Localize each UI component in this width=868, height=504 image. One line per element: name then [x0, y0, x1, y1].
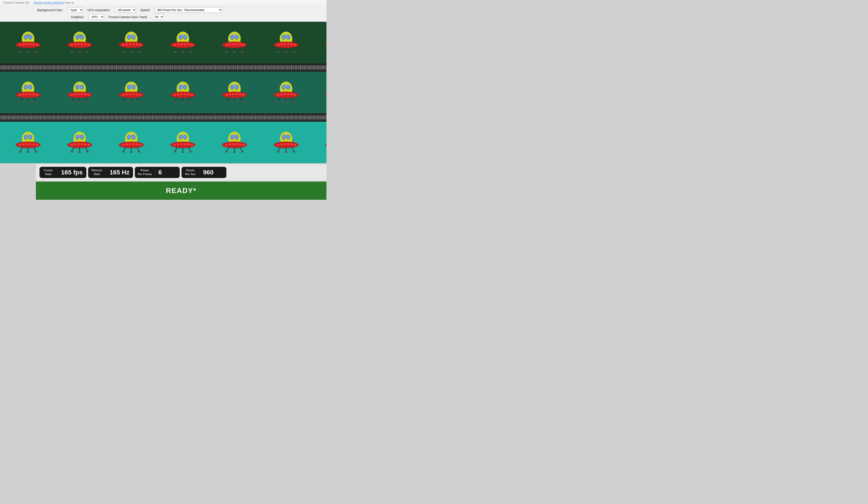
svg-point-9 [32, 43, 35, 45]
svg-line-249 [20, 147, 22, 151]
stats-bar: FrameRate 165 fps RefreshRate 165 Hz Pix… [36, 164, 327, 181]
svg-point-71 [233, 34, 236, 36]
display-review-link[interactable]: display review websites [33, 1, 64, 4]
svg-point-39 [122, 44, 124, 46]
ufo-sep-select[interactable]: 80 pixels 120 pixels 160 pixels 200 pixe… [115, 7, 136, 13]
track-2 [0, 72, 327, 113]
svg-point-189 [235, 85, 238, 90]
ufo-t3-4 [168, 129, 197, 157]
svg-point-10 [36, 44, 38, 46]
track-1-ufos [0, 29, 327, 56]
svg-point-94 [290, 43, 293, 45]
svg-point-44 [139, 44, 141, 46]
pursuit-select[interactable]: On Off [152, 14, 164, 20]
partial-top-bar: Pursuit Camera: On display review websit… [0, 0, 327, 6]
svg-line-149 [85, 97, 87, 101]
svg-point-195 [236, 93, 238, 95]
svg-point-151 [78, 102, 81, 103]
pixels-per-frame-box: PixelsPer Frame 6 [135, 167, 180, 178]
ufo-t2-5 [220, 79, 249, 106]
svg-point-321 [233, 151, 236, 153]
speed-select[interactable]: 480 Pixels Per Sec 960 Pixels Per Sec - … [155, 7, 222, 13]
svg-point-42 [132, 43, 135, 45]
svg-point-101 [292, 51, 296, 52]
svg-line-30 [85, 47, 87, 51]
ufo-t1-1 [13, 29, 43, 56]
svg-point-176 [177, 94, 179, 95]
svg-line-198 [227, 97, 229, 101]
svg-line-132 [34, 97, 36, 101]
svg-point-16 [34, 51, 38, 52]
ufo-t1-5 [220, 29, 249, 56]
svg-point-65 [173, 51, 177, 52]
pixels-per-sec-value: 960 [199, 167, 217, 178]
svg-point-37 [130, 34, 132, 36]
svg-point-145 [84, 94, 86, 95]
svg-point-298 [187, 144, 189, 145]
track-3-ufos [0, 129, 327, 157]
svg-point-326 [285, 134, 287, 136]
svg-line-45 [123, 47, 126, 51]
ufo-t3-7 [323, 129, 327, 157]
svg-line-130 [20, 97, 22, 101]
ufo-t2-3 [117, 79, 146, 106]
svg-point-122 [27, 84, 29, 86]
svg-point-280 [132, 143, 135, 145]
svg-point-3 [27, 34, 29, 36]
svg-point-49 [130, 52, 133, 53]
svg-point-27 [87, 44, 90, 46]
svg-point-309 [233, 134, 236, 136]
svg-point-225 [325, 92, 327, 98]
svg-line-251 [34, 147, 36, 151]
svg-line-47 [137, 47, 139, 51]
ufo-t3-6 [271, 129, 301, 157]
track-3 [0, 122, 327, 163]
pursuit-label: Pursuit Camera Sync Track: [108, 15, 148, 19]
ruler-2 [0, 113, 327, 122]
svg-point-304 [181, 151, 184, 153]
svg-point-90 [277, 44, 279, 46]
svg-point-194 [232, 93, 235, 95]
svg-point-339 [292, 151, 296, 153]
svg-point-24 [78, 43, 80, 45]
svg-line-79 [227, 47, 229, 51]
svg-point-307 [230, 135, 234, 139]
svg-line-200 [240, 97, 242, 101]
svg-point-320 [225, 151, 228, 153]
svg-point-263 [81, 143, 83, 145]
svg-line-164 [123, 97, 126, 101]
svg-point-50 [137, 51, 141, 52]
ready-bar: READY* [36, 182, 327, 200]
svg-point-213 [290, 94, 293, 95]
ufo-t2-6 [271, 79, 301, 106]
bg-color-select[interactable]: Cyan Black White Gray [68, 7, 83, 13]
svg-line-28 [72, 47, 74, 51]
graphics-label: Graphics: [71, 15, 84, 19]
svg-point-279 [129, 143, 131, 145]
svg-point-78 [242, 44, 245, 46]
svg-point-146 [87, 94, 90, 96]
svg-point-33 [86, 51, 89, 52]
svg-point-193 [229, 94, 231, 95]
svg-point-88 [285, 34, 287, 36]
svg-point-179 [187, 94, 189, 95]
svg-line-334 [278, 147, 280, 151]
svg-point-73 [226, 44, 228, 46]
svg-point-220 [292, 101, 296, 103]
svg-point-311 [226, 144, 228, 146]
refresh-rate-value: 165 Hz [106, 167, 133, 178]
refresh-rate-box: RefreshRate 165 Hz [88, 167, 133, 178]
refresh-rate-label: RefreshRate [88, 167, 106, 178]
graphics-select[interactable]: UFO Ball Arrow [89, 14, 104, 20]
ruler-2-inner [0, 115, 327, 119]
svg-point-160 [129, 93, 131, 95]
ufo-t1-3 [117, 29, 146, 56]
svg-line-302 [188, 147, 191, 151]
svg-line-166 [137, 97, 139, 101]
svg-point-337 [277, 151, 280, 153]
svg-point-162 [136, 94, 138, 95]
svg-point-329 [280, 144, 283, 145]
svg-point-264 [84, 144, 86, 145]
svg-line-98 [292, 47, 294, 51]
svg-point-281 [136, 144, 138, 145]
